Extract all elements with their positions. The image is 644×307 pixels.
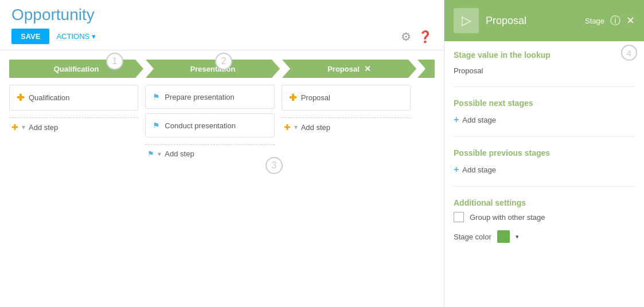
task-proposal[interactable]: ✚ Proposal [282,85,411,111]
settings-icon[interactable]: ⚙ [401,30,411,44]
stage-arrow-icon: ▷ [462,13,471,28]
add-step-presentation[interactable]: ⚑ ▾ Add step [145,144,274,163]
add-next-stage-button[interactable]: + Add stage [454,112,635,127]
actions-button[interactable]: ACTIONS ▾ [56,32,96,41]
additional-settings-section: Additional settings Group with other sta… [454,198,635,252]
add-plus-icon-proposal: ✚ [284,123,291,132]
info-button[interactable]: ⓘ [610,14,620,27]
add-step-label: Add step [29,123,58,132]
stages-wrapper: 1 2 Qualification Presentation Proposal … [0,50,444,172]
additional-settings-title: Additional settings [454,198,635,207]
task-conduct-presentation[interactable]: ⚑ Conduct presentation [145,113,274,137]
stage-header-proposal[interactable]: Proposal ✕ [282,60,416,78]
sidebar-title: Stage [585,17,604,25]
add-prev-stage-button[interactable]: + Add stage [454,162,635,177]
sidebar-close-button[interactable]: ✕ [626,14,635,27]
step-circle-3: 3 [266,157,283,174]
save-button[interactable]: SAVE [11,29,49,44]
lookup-value: Proposal [454,64,635,77]
add-step-qualification[interactable]: ✚ ▾ Add step [9,117,138,136]
columns-area: ✚ Qualification ✚ ▾ Add step ⚑ Prepare p… [9,85,435,163]
header: Opportunity SAVE ACTIONS ▾ ⚙ ❓ [0,0,444,50]
add-step-label-presentation: Add step [165,149,194,158]
page-title: Opportunity [11,6,432,24]
add-plus-icon: ✚ [11,123,18,132]
add-flag-icon: ⚑ [147,149,154,158]
stages-container: 1 2 Qualification Presentation Proposal … [0,50,444,307]
column-qualification: ✚ Qualification ✚ ▾ Add step [9,85,138,163]
next-stages-title: Possible next stages [454,99,635,108]
task-prepare-presentation[interactable]: ⚑ Prepare presentation [145,85,274,109]
group-label: Group with other stage [470,213,545,222]
add-step-label-proposal: Add step [301,123,330,132]
flag-icon-2: ⚑ [153,121,160,130]
add-arrow-icon-2: ▾ [158,150,161,158]
task-qualification[interactable]: ✚ Qualification [9,85,138,111]
add-arrow-icon-3: ▾ [294,123,298,131]
prev-stages-title: Possible previous stages [454,148,635,158]
lookup-title: Stage value in the lookup 4 [454,50,635,60]
toolbar-right: ⚙ ❓ [401,30,432,44]
extra-column [417,85,435,163]
plus-icon-proposal: ✚ [289,92,296,103]
stage-close-button[interactable]: ✕ [364,64,371,73]
task-label-conduct: Conduct presentation [165,121,236,130]
task-label-proposal: Proposal [301,93,330,102]
group-checkbox[interactable] [454,212,464,222]
color-swatch[interactable] [497,230,510,243]
plus-icon-next: + [454,115,459,125]
sidebar-body: Stage value in the lookup 4 Proposal Pos… [444,41,644,307]
next-stages-section: Possible next stages + Add stage [454,99,635,137]
plus-icon-prev: + [454,164,459,175]
step-circle-4: 4 [621,45,637,61]
column-proposal: ✚ Proposal ✚ ▾ Add step [282,85,411,163]
stage-header-presentation[interactable]: Presentation [146,60,280,78]
lookup-section: Stage value in the lookup 4 Proposal [454,50,635,87]
plus-icon: ✚ [17,92,24,103]
prev-stages-section: Possible previous stages + Add stage [454,148,635,187]
step-circle-2: 2 [215,53,232,70]
add-arrow-icon: ▾ [22,123,25,131]
sidebar-header: ▷ Proposal Stage ⓘ ✕ [444,0,644,41]
task-label: Qualification [29,93,70,102]
stage-icon-box: ▷ [454,8,479,33]
sidebar-header-left: ▷ Proposal [454,8,526,33]
group-with-other-row: Group with other stage [454,212,635,222]
sidebar-stage-name: Proposal [486,15,526,27]
step-circle-1: 1 [106,53,123,70]
flag-icon-1: ⚑ [153,92,160,101]
main-area: Opportunity SAVE ACTIONS ▾ ⚙ ❓ 1 2 [0,0,444,307]
task-label-prepare: Prepare presentation [165,93,234,101]
color-label: Stage color [454,233,491,241]
sidebar-header-right: Stage ⓘ ✕ [585,14,635,27]
add-step-proposal[interactable]: ✚ ▾ Add step [282,117,411,136]
color-dropdown-icon[interactable]: ▾ [516,233,519,241]
column-presentation: ⚑ Prepare presentation ⚑ Conduct present… [145,85,274,163]
stage-color-row: Stage color ▾ [454,230,635,243]
toolbar: SAVE ACTIONS ▾ ⚙ ❓ [11,29,432,50]
help-icon[interactable]: ❓ [418,30,432,44]
sidebar: ▷ Proposal Stage ⓘ ✕ Stage value in the … [444,0,644,307]
